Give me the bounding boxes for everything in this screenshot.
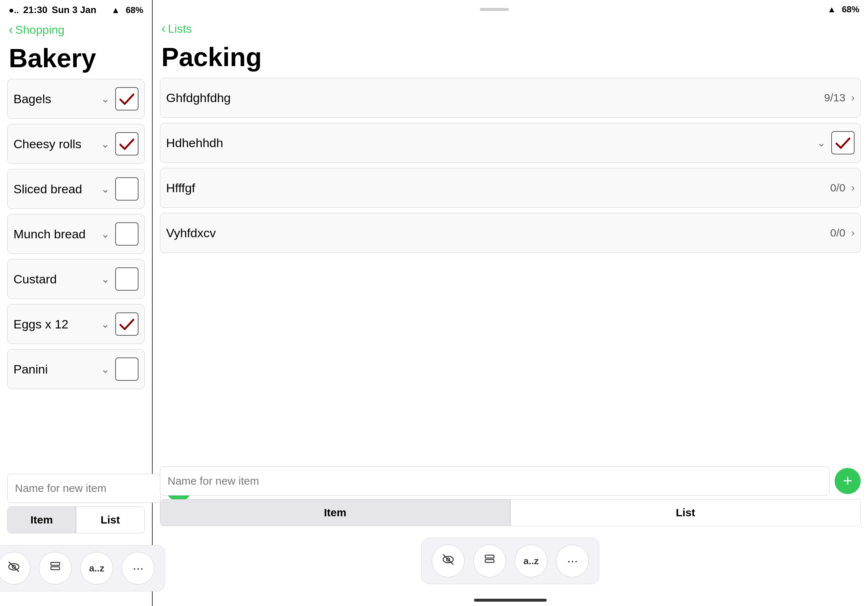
chevron-right-icon: › [851, 182, 854, 194]
right-status-bar: ▲ 68% [153, 0, 868, 17]
left-items-list: Bagels ⌄ Cheesy rolls ⌄ Sliced bread ⌄ [0, 79, 152, 468]
svg-rect-4 [51, 567, 60, 570]
item-label: Munch bread [14, 227, 101, 241]
chevron-down-icon[interactable]: ⌄ [101, 93, 109, 105]
az-icon: a..z [524, 555, 539, 567]
chevron-right-icon: › [851, 227, 854, 239]
chevron-down-icon[interactable]: ⌄ [101, 363, 109, 375]
item-label: Cheesy rolls [14, 137, 101, 151]
chevron-right-icon: › [851, 92, 854, 104]
packing-item[interactable]: Hfffgf 0/0 › [160, 168, 861, 208]
list-item[interactable]: Sliced bread ⌄ [7, 169, 145, 209]
right-page-title: Packing [153, 39, 868, 78]
list-item[interactable]: Panini ⌄ [7, 349, 145, 389]
spacer [153, 269, 868, 461]
chevron-down-icon[interactable]: ⌄ [101, 318, 109, 330]
ellipsis-icon: ··· [133, 561, 144, 576]
right-segment-item[interactable]: Item [160, 499, 510, 526]
packing-item-count: 9/13 [824, 91, 845, 104]
chevron-down-icon[interactable]: ⌄ [101, 138, 109, 150]
checkbox[interactable] [115, 312, 138, 336]
eye-slash-button[interactable] [0, 552, 30, 584]
packing-item-count: 0/0 [830, 182, 845, 194]
chevron-down-icon[interactable]: ⌄ [101, 183, 109, 195]
plus-icon: + [843, 473, 852, 489]
checkbox[interactable] [115, 87, 138, 110]
packing-item[interactable]: Hdhehhdh ⌄ [160, 123, 861, 163]
right-segment-list[interactable]: List [511, 499, 860, 526]
left-segment-control: Item List [7, 507, 145, 533]
chevron-left-icon: ‹ [9, 22, 13, 37]
right-battery: 68% [842, 5, 859, 14]
back-label: Shopping [15, 23, 64, 37]
right-layers-button[interactable] [473, 544, 506, 577]
right-status-right: ▲ 68% [827, 5, 859, 14]
chevron-down-icon[interactable]: ⌄ [101, 228, 109, 240]
eye-slash-icon [442, 553, 455, 569]
list-item[interactable]: Custard ⌄ [7, 259, 145, 299]
left-segment-list[interactable]: List [76, 507, 144, 533]
packing-item[interactable]: Vyhfdxcv 0/0 › [160, 213, 861, 253]
svg-rect-3 [51, 563, 60, 565]
ellipsis-button[interactable]: ··· [122, 552, 155, 584]
right-back-button[interactable]: ‹ Lists [161, 21, 859, 36]
packing-item[interactable]: Ghfdghfdhg 9/13 › [160, 78, 861, 118]
svg-rect-9 [485, 560, 494, 563]
right-eye-slash-button[interactable] [432, 544, 465, 577]
right-segment-item-label: Item [324, 507, 346, 519]
list-item[interactable]: Eggs x 12 ⌄ [7, 304, 145, 344]
chevron-down-icon[interactable]: ⌄ [817, 137, 826, 149]
right-bottom-toolbar: a..z ··· [153, 532, 868, 599]
back-button[interactable]: ‹ Shopping [9, 22, 143, 37]
item-label: Sliced bread [14, 182, 101, 196]
home-indicator [474, 599, 547, 601]
right-ellipsis-button[interactable]: ··· [556, 544, 589, 577]
signal-indicator: ●.. [9, 5, 19, 15]
right-add-button[interactable]: + [835, 468, 861, 494]
layers-icon [483, 553, 496, 569]
left-add-area: + [0, 468, 152, 507]
right-segment-list-label: List [676, 507, 695, 519]
right-panel: ▲ 68% ‹ Lists Packing Ghfdghfdhg 9/13 › … [153, 0, 868, 606]
right-nav-bar: ‹ Lists [153, 17, 868, 39]
date-display: Sun 3 Jan [52, 5, 96, 15]
item-label: Bagels [14, 92, 101, 106]
chevron-down-icon[interactable]: ⌄ [101, 273, 109, 285]
status-left: ●.. 21:30 Sun 3 Jan [9, 5, 96, 15]
checkbox[interactable] [115, 132, 138, 156]
checkbox[interactable] [115, 267, 138, 291]
packing-item-label: Ghfdghfdhg [166, 91, 824, 105]
item-label: Eggs x 12 [14, 317, 101, 331]
right-az-button[interactable]: a..z [515, 544, 547, 577]
left-panel: ●.. 21:30 Sun 3 Jan ▲ 68% ‹ Shopping Bak… [0, 0, 153, 606]
item-label: Custard [14, 272, 101, 286]
left-status-bar: ●.. 21:30 Sun 3 Jan ▲ 68% [0, 0, 152, 19]
checkbox[interactable] [831, 131, 854, 155]
home-indicator-area [153, 599, 868, 606]
eye-slash-icon [7, 560, 20, 577]
list-item[interactable]: Munch bread ⌄ [7, 214, 145, 254]
packing-item-label: Hfffgf [166, 181, 830, 195]
right-add-area: + [153, 461, 868, 499]
time-display: 21:30 [23, 5, 48, 15]
layers-button[interactable] [39, 552, 71, 584]
status-right: ▲ 68% [111, 5, 143, 15]
list-item[interactable]: Cheesy rolls ⌄ [7, 124, 145, 164]
checkbox[interactable] [115, 223, 138, 246]
right-wifi-icon: ▲ [827, 5, 836, 14]
checkbox[interactable] [115, 177, 138, 201]
right-segment-control: Item List [160, 499, 861, 526]
packing-item-label: Hdhehhdh [166, 136, 817, 150]
left-segment-item[interactable]: Item [8, 507, 76, 533]
chevron-left-icon: ‹ [161, 21, 166, 36]
list-item[interactable]: Bagels ⌄ [7, 79, 145, 119]
checkbox[interactable] [115, 357, 138, 381]
right-toolbar-card: a..z ··· [421, 538, 599, 584]
toolbar-card: a..z ··· [0, 545, 165, 592]
packing-item-label: Vyhfdxcv [166, 226, 830, 240]
layers-icon [49, 560, 62, 577]
az-button[interactable]: a..z [80, 552, 113, 584]
left-add-input[interactable] [7, 474, 161, 503]
segment-list-label: List [101, 514, 120, 526]
right-add-input[interactable] [160, 467, 829, 496]
